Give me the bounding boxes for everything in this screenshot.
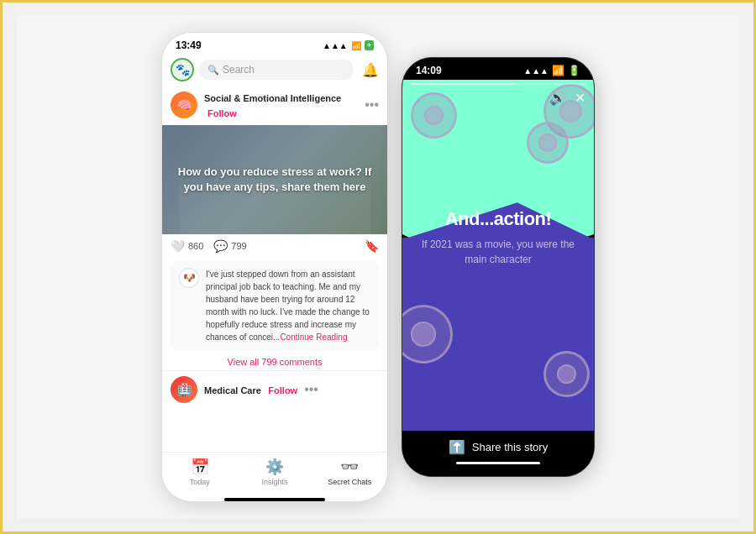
post1-image-overlay: How do you reduce stress at work? If you… (162, 125, 387, 234)
film-reel-1 (411, 92, 457, 139)
comment-text: I've just stepped down from an assistant… (206, 268, 370, 343)
insights-icon: ⚙️ (265, 458, 284, 476)
post2-header: 🏥 Medical Care Follow ••• (162, 370, 387, 408)
wifi-icon-right: 📶 (552, 65, 564, 76)
post1-actions: 🤍 860 💬 799 🔖 (162, 234, 387, 258)
comment-icon: 💬 (213, 239, 228, 253)
comment-preview: 🐶 I've just stepped down from an assista… (171, 261, 379, 350)
like-count: 860 (188, 241, 203, 251)
volume-icon[interactable]: 🔊 (549, 90, 566, 106)
search-icon: 🔍 (207, 65, 219, 76)
post1-image-text: How do you reduce stress at work? If you… (162, 158, 387, 202)
bottom-nav-today[interactable]: 📅 Today (162, 458, 237, 486)
story-bottom-bar: ⬆️ Share this story (402, 431, 594, 476)
bottom-nav: 📅 Today ⚙️ Insights 👓 Secret Chats (162, 452, 387, 495)
share-icon: ⬆️ (449, 439, 465, 455)
comment-count: 799 (231, 241, 246, 251)
status-bar-left: 13:49 ▲▲▲ 📶 + (162, 33, 387, 55)
story-content: And...action! If 2021 was a movie, you w… (402, 80, 594, 431)
post1-follow-button[interactable]: Follow (207, 108, 237, 118)
like-action[interactable]: 🤍 860 (171, 239, 203, 253)
film-reel-3 (527, 122, 569, 164)
post1-header: 🧠 Social & Emotional Intelligence Follow… (162, 85, 387, 125)
share-story-label: Share this story (472, 441, 548, 453)
signal-icon-right: ▲▲▲ (523, 66, 549, 76)
battery-icon-left: + (365, 40, 374, 50)
post2-author: Medical Care (204, 385, 261, 395)
story-progress-fill (411, 83, 516, 85)
comment-avatar: 🐶 (179, 268, 199, 288)
wifi-icon-left: 📶 (351, 41, 361, 50)
bookmark-icon[interactable]: 🔖 (365, 239, 379, 253)
story-progress-bar (411, 83, 585, 85)
status-bar-right: 14:09 ▲▲▲ 📶 🔋 (402, 58, 594, 80)
post1-author-container: Social & Emotional Intelligence Follow (204, 90, 358, 120)
nav-bar: 🐾 🔍 Search 🔔 (162, 55, 387, 85)
home-indicator-left (224, 498, 325, 501)
film-reel-5 (543, 351, 590, 397)
status-icons-left: ▲▲▲ 📶 + (323, 40, 374, 50)
story-controls: 🔊 ✕ (549, 90, 585, 106)
signal-icon-left: ▲▲▲ (323, 41, 348, 50)
phone-right: 14:09 ▲▲▲ 📶 🔋 🔊 ✕ (402, 57, 595, 477)
close-story-icon[interactable]: ✕ (575, 90, 585, 106)
secret-chats-label: Secret Chats (328, 478, 371, 486)
search-bar[interactable]: 🔍 Search (199, 60, 354, 80)
view-all-comments[interactable]: View all 799 comments (162, 353, 387, 370)
post2-author-container: Medical Care Follow (204, 382, 297, 397)
status-icons-right: ▲▲▲ 📶 🔋 (523, 65, 580, 76)
post1-avatar: 🧠 (171, 92, 197, 118)
time-right: 14:09 (416, 65, 442, 76)
heart-icon: 🤍 (171, 239, 185, 253)
continue-reading-link[interactable]: Continue Reading (280, 332, 347, 342)
user-avatar[interactable]: 🐾 (171, 58, 194, 81)
today-icon: 📅 (191, 458, 209, 476)
time-left: 13:49 (176, 39, 202, 51)
outer-frame: 13:49 ▲▲▲ 📶 + 🐾 🔍 Search 🔔 🧠 Social & Em… (17, 15, 739, 519)
insights-label: Insights (261, 478, 287, 486)
secret-chats-icon: 👓 (340, 458, 359, 476)
battery-icon-right: 🔋 (568, 65, 580, 76)
post1-more-icon[interactable]: ••• (365, 97, 379, 113)
today-label: Today (190, 478, 210, 486)
bottom-nav-secret-chats[interactable]: 👓 Secret Chats (312, 458, 387, 486)
notification-bell-icon[interactable]: 🔔 (362, 62, 379, 78)
share-story-button[interactable]: ⬆️ Share this story (449, 439, 548, 455)
post1-author: Social & Emotional Intelligence (204, 93, 341, 103)
post1-image: How do you reduce stress at work? If you… (162, 125, 387, 234)
bottom-nav-insights[interactable]: ⚙️ Insights (237, 458, 312, 486)
story-main-text: And...action! (419, 208, 577, 230)
home-indicator-right (456, 462, 540, 464)
post2-more-icon[interactable]: ••• (304, 382, 318, 397)
comment-action[interactable]: 💬 799 (213, 239, 246, 253)
phone-left: 13:49 ▲▲▲ 📶 + 🐾 🔍 Search 🔔 🧠 Social & Em… (161, 32, 388, 502)
post2-avatar: 🏥 (171, 376, 197, 403)
story-text-area: And...action! If 2021 was a movie, you w… (402, 191, 594, 284)
story-sub-text: If 2021 was a movie, you were the main c… (419, 237, 577, 267)
post2-follow-button[interactable]: Follow (268, 385, 297, 395)
search-placeholder: Search (223, 64, 255, 76)
